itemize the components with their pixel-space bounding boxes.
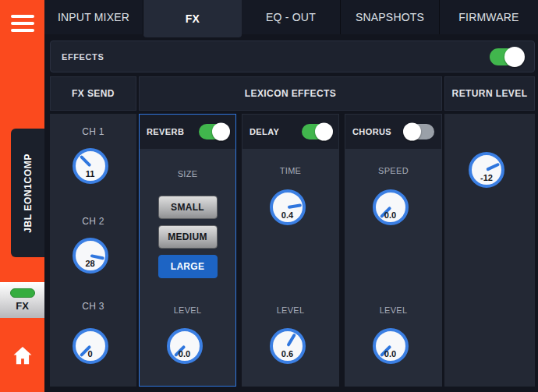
fx-send-header: FX SEND: [50, 76, 136, 111]
sidebar: JBL EON1COMP FX: [0, 0, 44, 392]
fx-send-column: CH 1 11 CH 2 28 CH 3 0: [50, 114, 136, 387]
tab-eq-out[interactable]: EQ - OUT: [242, 0, 341, 34]
fx-active-led: [10, 288, 35, 298]
chorus-panel-header: CHORUS: [345, 115, 441, 149]
main-area: INPUT MIXER FX EQ - OUT SNAPSHOTS FIRMWA…: [44, 0, 538, 392]
fx-shortcut-label: FX: [16, 300, 29, 312]
tab-input-mixer[interactable]: INPUT MIXER: [44, 0, 143, 34]
delay-toggle[interactable]: [302, 124, 331, 139]
fx-shortcut-button[interactable]: FX: [0, 282, 44, 318]
chorus-level-value: 0.0: [376, 349, 405, 358]
section-headers: FX SEND LEXICON EFFECTS RETURN LEVEL: [50, 76, 535, 111]
reverb-level-value: 0.0: [170, 349, 200, 358]
chorus-speed-knob[interactable]: 0.0: [373, 189, 409, 225]
reverb-panel-header: REVERB: [140, 115, 235, 149]
reverb-level-knob[interactable]: 0.0: [167, 328, 203, 364]
reverb-panel-body: SIZE SMALL MEDIUM LARGE LEVEL 0.0: [140, 149, 235, 386]
toggle-thumb: [212, 123, 230, 141]
tab-firmware[interactable]: FIRMWARE: [440, 0, 538, 34]
delay-time-value: 0.4: [273, 210, 303, 220]
tab-snapshots[interactable]: SNAPSHOTS: [341, 0, 440, 34]
knob-pointer: [69, 145, 111, 187]
hamburger-icon: [11, 15, 34, 18]
size-label: SIZE: [140, 169, 235, 178]
knob-pointer: [164, 325, 206, 367]
app-window: JBL EON1COMP FX INPUT MIXER FX EQ - OUT …: [0, 0, 538, 392]
ch2-knob-value: 28: [76, 259, 105, 268]
reverb-level-label: LEVEL: [140, 305, 235, 315]
reverb-label: REVERB: [147, 127, 184, 136]
knob-pointer: [69, 325, 111, 367]
ch2-knob[interactable]: 28: [73, 238, 108, 274]
delay-time-knob[interactable]: 0.4: [270, 189, 306, 225]
toggle-thumb: [403, 123, 421, 141]
delay-panel-header: DELAY: [242, 115, 338, 149]
lexicon-effects-section: REVERB SIZE SMALL MEDIUM LARGE LEVEL: [139, 114, 442, 387]
toggle-thumb: [504, 47, 525, 67]
tab-bar: INPUT MIXER FX EQ - OUT SNAPSHOTS FIRMWA…: [44, 0, 538, 34]
device-tab[interactable]: JBL EON1COMP: [11, 129, 44, 257]
effects-toggle[interactable]: [490, 48, 523, 65]
delay-panel: DELAY TIME 0.4 LEVEL: [242, 114, 339, 387]
size-medium-button[interactable]: MEDIUM: [158, 225, 218, 249]
delay-level-label: LEVEL: [242, 305, 338, 315]
toggle-thumb: [315, 123, 333, 141]
size-small-button[interactable]: SMALL: [158, 196, 218, 219]
reverb-panel: REVERB SIZE SMALL MEDIUM LARGE LEVEL: [139, 114, 236, 387]
delay-label: DELAY: [250, 127, 279, 136]
reverb-toggle[interactable]: [199, 124, 228, 139]
size-large-button[interactable]: LARGE: [158, 255, 218, 278]
chorus-panel: CHORUS SPEED 0.0 LEVEL: [345, 114, 442, 387]
return-level-column: -12: [444, 114, 535, 387]
ch1-knob-value: 11: [76, 169, 105, 178]
tab-fx[interactable]: FX: [143, 0, 242, 37]
knob-pointer: [370, 325, 412, 367]
menu-button[interactable]: [11, 15, 34, 32]
chorus-speed-value: 0.0: [376, 210, 405, 220]
knob-pointer: [370, 186, 412, 228]
delay-panel-body: TIME 0.4 LEVEL 0.6: [242, 149, 338, 386]
knob-pointer: [467, 150, 506, 189]
knob-pointer: [267, 326, 307, 366]
ch1-knob[interactable]: 11: [73, 148, 108, 184]
delay-time-label: TIME: [242, 166, 338, 175]
return-level-knob[interactable]: -12: [469, 152, 504, 188]
return-level-value: -12: [472, 173, 501, 182]
ch3-knob[interactable]: 0: [73, 328, 108, 364]
device-name-label: JBL EON1COMP: [23, 154, 34, 233]
fx-content: CH 1 11 CH 2 28 CH 3 0: [50, 114, 535, 387]
effects-bar: EFFECTS: [50, 41, 535, 72]
effects-label: EFFECTS: [62, 52, 490, 62]
ch2-label: CH 2: [50, 216, 136, 227]
chorus-label: CHORUS: [352, 127, 391, 136]
chorus-toggle[interactable]: [405, 124, 434, 139]
home-icon: [11, 344, 34, 367]
delay-level-knob[interactable]: 0.6: [270, 328, 306, 364]
chorus-speed-label: SPEED: [345, 166, 441, 175]
ch1-label: CH 1: [50, 126, 136, 137]
chorus-level-label: LEVEL: [345, 305, 441, 315]
ch3-label: CH 3: [50, 301, 136, 312]
delay-level-value: 0.6: [273, 349, 303, 358]
ch3-knob-value: 0: [76, 349, 105, 358]
return-level-header: RETURN LEVEL: [444, 76, 535, 111]
chorus-panel-body: SPEED 0.0 LEVEL 0.0: [345, 149, 441, 386]
chorus-level-knob[interactable]: 0.0: [373, 328, 409, 364]
home-button[interactable]: [11, 344, 34, 367]
lexicon-effects-header: LEXICON EFFECTS: [139, 76, 442, 111]
